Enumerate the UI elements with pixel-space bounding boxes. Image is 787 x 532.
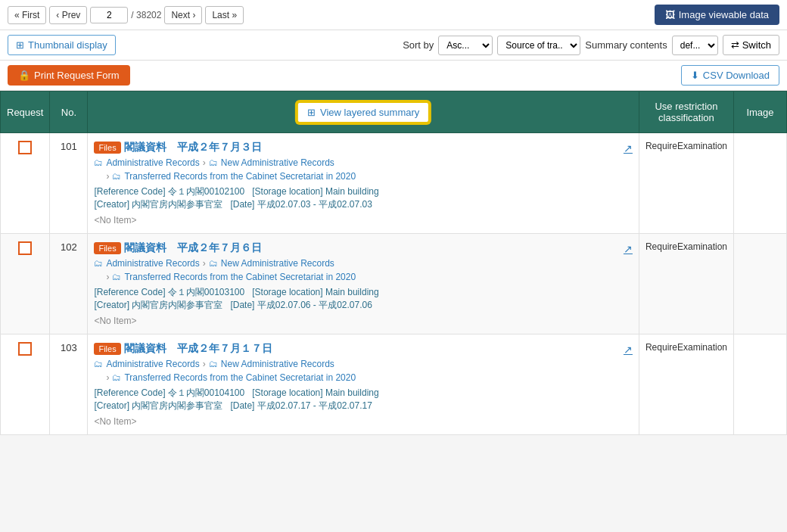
files-badge: Files	[94, 242, 120, 254]
row-number: 101	[50, 133, 88, 234]
folder-icon: 🗂	[112, 372, 121, 383]
no-item-label: <No Item>	[94, 416, 633, 427]
print-button[interactable]: 🔒 Print Request Form	[8, 65, 130, 86]
no-item-label: <No Item>	[94, 215, 633, 226]
breadcrumb-link-2[interactable]: New Administrative Records	[221, 258, 334, 269]
breadcrumb-sub: ›🗂Transferred Records from the Cabinet S…	[94, 272, 633, 282]
folder-icon: 🗂	[209, 359, 218, 369]
breadcrumb-separator: ›	[106, 272, 109, 282]
table-row: 102Files閣議資料 平成２年７月６日↗🗂Administrative Re…	[1, 234, 787, 334]
breadcrumb-separator: ›	[203, 157, 206, 168]
row-number: 102	[50, 234, 88, 334]
folder-icon: 🗂	[112, 171, 121, 182]
breadcrumb: 🗂Administrative Records›🗂New Administrat…	[94, 157, 633, 168]
print-icon: 🔒	[18, 70, 30, 81]
thumbnail-button[interactable]: ⊞ Thumbnail display	[8, 35, 116, 55]
csv-download-button[interactable]: ⬇ CSV Download	[681, 65, 779, 86]
hierarchy-icon: ⊞	[307, 107, 316, 118]
view-layered-button[interactable]: ⊞ View layered summary	[297, 101, 430, 123]
folder-icon: 🗂	[112, 272, 121, 282]
records-table: Request No. Description ⊞ View layered s…	[0, 91, 787, 435]
item-title-link[interactable]: 閣議資料 平成２年７月１７日	[124, 342, 272, 354]
no-item-label: <No Item>	[94, 316, 633, 326]
request-checkbox[interactable]	[18, 141, 32, 154]
breadcrumb-link-1[interactable]: Administrative Records	[106, 157, 199, 168]
meta-info: [Reference Code] 令１内閣00102100 [Storage l…	[94, 185, 633, 211]
first-button[interactable]: « First	[8, 6, 46, 24]
thumbnail-icon: ⊞	[16, 39, 24, 51]
restriction-cell: RequireExamination	[639, 234, 733, 334]
breadcrumb-sub: ›🗂Transferred Records from the Cabinet S…	[94, 372, 633, 383]
col-header-image: Image	[734, 92, 787, 133]
breadcrumb-link-1[interactable]: Administrative Records	[106, 359, 199, 369]
csv-icon: ⬇	[691, 70, 699, 81]
sort-source-select[interactable]: Source of tra...	[497, 36, 580, 55]
row-number: 103	[50, 334, 88, 435]
files-badge: Files	[94, 343, 120, 355]
breadcrumb-link-3[interactable]: Transferred Records from the Cabinet Sec…	[124, 272, 356, 282]
page-total: / 38202	[131, 10, 161, 20]
sort-by-label: Sort by	[403, 39, 434, 51]
folder-icon: 🗂	[94, 258, 103, 269]
sort-section: Sort by Asc... Desc... Source of tra... …	[403, 35, 779, 55]
item-title-link[interactable]: 閣議資料 平成２年７月６日	[124, 241, 262, 254]
sort-order-select[interactable]: Asc... Desc...	[438, 36, 493, 55]
breadcrumb-link-3[interactable]: Transferred Records from the Cabinet Sec…	[124, 372, 356, 383]
external-link[interactable]: ↗	[624, 243, 633, 255]
breadcrumb-link-1[interactable]: Administrative Records	[106, 258, 199, 269]
prev-button[interactable]: ‹ Prev	[49, 6, 87, 24]
meta-info: [Reference Code] 令１内閣00104100 [Storage l…	[94, 387, 633, 412]
summary-select[interactable]: def...	[672, 36, 718, 55]
request-cell	[1, 133, 50, 234]
item-title-link[interactable]: 閣議資料 平成２年７月３日	[124, 141, 262, 153]
last-button[interactable]: Last »	[205, 6, 244, 24]
meta-info: [Reference Code] 令１内閣00103100 [Storage l…	[94, 286, 633, 312]
top-bar: « First ‹ Prev / 38202 Next › Last » 🖼 I…	[0, 0, 787, 30]
description-cell: Files閣議資料 平成２年７月６日↗🗂Administrative Recor…	[88, 234, 639, 334]
breadcrumb-link-2[interactable]: New Administrative Records	[221, 359, 334, 369]
description-cell: Files閣議資料 平成２年７月１７日↗🗂Administrative Reco…	[88, 334, 639, 435]
image-viewable-button[interactable]: 🖼 Image viewable data	[655, 5, 779, 25]
summary-label: Summary contents	[585, 39, 667, 51]
third-bar: 🔒 Print Request Form ⬇ CSV Download	[0, 61, 787, 91]
breadcrumb-separator: ›	[203, 359, 206, 369]
breadcrumb: 🗂Administrative Records›🗂New Administrat…	[94, 258, 633, 269]
col-header-request: Request	[1, 92, 50, 133]
switch-button[interactable]: ⇄ Switch	[723, 35, 779, 55]
breadcrumb-separator: ›	[106, 372, 109, 383]
pagination: « First ‹ Prev / 38202 Next › Last »	[8, 6, 244, 24]
breadcrumb: 🗂Administrative Records›🗂New Administrat…	[94, 359, 633, 369]
request-cell	[1, 234, 50, 334]
breadcrumb-separator: ›	[106, 171, 109, 182]
request-cell	[1, 334, 50, 435]
switch-icon: ⇄	[731, 39, 739, 51]
folder-icon: 🗂	[94, 359, 103, 369]
breadcrumb-link-3[interactable]: Transferred Records from the Cabinet Sec…	[124, 171, 356, 182]
restriction-cell: RequireExamination	[639, 133, 733, 234]
image-icon: 🖼	[665, 9, 675, 20]
breadcrumb-link-2[interactable]: New Administrative Records	[221, 157, 334, 168]
description-cell: Files閣議資料 平成２年７月３日↗🗂Administrative Recor…	[88, 133, 639, 234]
image-cell	[734, 234, 787, 334]
next-button[interactable]: Next ›	[164, 6, 202, 24]
breadcrumb-sub: ›🗂Transferred Records from the Cabinet S…	[94, 171, 633, 182]
col-header-no: No.	[50, 92, 88, 133]
folder-icon: 🗂	[209, 157, 218, 168]
image-cell	[734, 133, 787, 234]
page-input[interactable]	[90, 7, 128, 23]
image-cell	[734, 334, 787, 435]
col-header-desc: Description ⊞ View layered summary	[88, 92, 639, 133]
request-checkbox[interactable]	[18, 241, 32, 255]
breadcrumb-separator: ›	[203, 258, 206, 269]
request-checkbox[interactable]	[18, 342, 32, 356]
col-header-restriction: Use restriction classification	[639, 92, 733, 133]
external-link[interactable]: ↗	[624, 344, 633, 356]
folder-icon: 🗂	[209, 258, 218, 269]
external-link[interactable]: ↗	[624, 142, 633, 154]
folder-icon: 🗂	[94, 157, 103, 168]
restriction-cell: RequireExamination	[639, 334, 733, 435]
table-row: 101Files閣議資料 平成２年７月３日↗🗂Administrative Re…	[1, 133, 787, 234]
second-bar: ⊞ Thumbnail display Sort by Asc... Desc.…	[0, 30, 787, 61]
table-row: 103Files閣議資料 平成２年７月１７日↗🗂Administrative R…	[1, 334, 787, 435]
files-badge: Files	[94, 142, 120, 154]
